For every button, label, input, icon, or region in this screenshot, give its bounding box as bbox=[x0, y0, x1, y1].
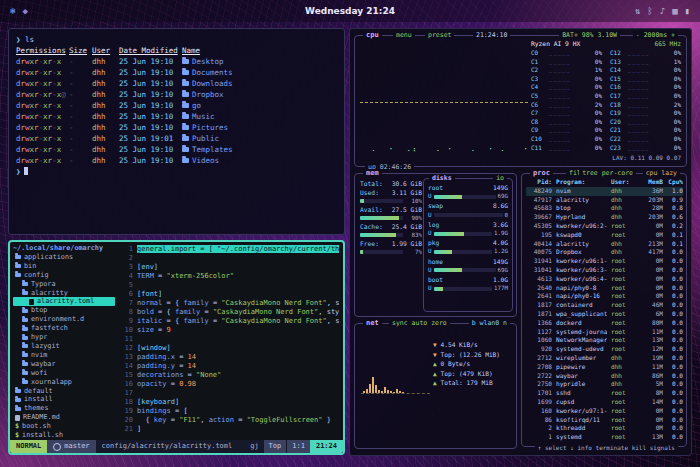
process-row[interactable]: 31941kworker/u96:1-iroot0M0.0 bbox=[526, 257, 683, 266]
tree-item-readme-md[interactable]: README.md bbox=[13, 413, 115, 422]
proc-column-header[interactable]: User: bbox=[611, 178, 637, 187]
update-interval[interactable]: - 2000ms + bbox=[633, 31, 678, 39]
editor-line[interactable]: 8bold = { family = "CaskaydiaMono Nerd F… bbox=[117, 308, 343, 317]
preset-button[interactable]: preset bbox=[425, 31, 454, 39]
process-row[interactable]: 1366dockerdroot80M0.0 bbox=[526, 319, 683, 328]
process-row[interactable]: 40075Dropboxdhh417M0.0 bbox=[526, 248, 683, 257]
net-interface[interactable]: b wlan0 n bbox=[469, 319, 510, 327]
tree-item-themes[interactable]: themes bbox=[13, 404, 115, 413]
audio-icon[interactable]: ♪ bbox=[660, 6, 665, 16]
process-cpu: 0.0 bbox=[667, 416, 683, 425]
editor-line[interactable]: 6[font] bbox=[117, 290, 343, 299]
btop-window[interactable]: cpu menu preset 21:24:10 BAT+ 98% 3.10W … bbox=[349, 28, 692, 456]
network-updown-icon[interactable]: ⇅ bbox=[635, 6, 640, 16]
process-row[interactable]: 1systemdroot13M0.0 bbox=[526, 433, 683, 442]
editor-line[interactable]: 18[keyboard] bbox=[117, 398, 343, 407]
editor-line[interactable]: 20 { key = "F11", action = "ToggleFullsc… bbox=[117, 416, 343, 425]
editor-line[interactable]: 10size = 9 bbox=[117, 326, 343, 335]
tree-item-install-sh[interactable]: $install.sh bbox=[13, 431, 115, 440]
process-row[interactable]: 45305kworker/u96:2-eroot0M0.2 bbox=[526, 222, 683, 231]
tree-item-config[interactable]: config bbox=[13, 271, 115, 280]
editor-line[interactable]: 13padding.x = 14 bbox=[117, 353, 343, 362]
editor-line[interactable]: 1general.import = [ "~/.config/omarchy/c… bbox=[117, 245, 343, 254]
process-user: root bbox=[611, 398, 637, 407]
process-row[interactable]: 2641napi/phy0-16root0M0.0 bbox=[526, 292, 683, 301]
process-row[interactable]: 1060NetworkManagerroot13M0.0 bbox=[526, 336, 683, 345]
tree-item-wofi[interactable]: wofi bbox=[13, 369, 115, 378]
process-row[interactable]: 39667Hyprlanddhh203M0.6 bbox=[526, 213, 683, 222]
proc-sort-selector[interactable]: cpu lazy bbox=[643, 169, 680, 177]
disks-io-toggle[interactable]: io bbox=[493, 174, 507, 182]
statusline-clock: 21:24 bbox=[310, 440, 343, 453]
tree-item-bin[interactable]: bin bbox=[13, 262, 115, 271]
tree-item-nvim[interactable]: nvim bbox=[13, 351, 115, 360]
editor-line[interactable]: 12[window] bbox=[117, 344, 343, 353]
process-row[interactable]: 2750hypridledhh5M0.0 bbox=[526, 380, 683, 389]
tree-item-applications[interactable]: applications bbox=[13, 253, 115, 262]
editor-line[interactable]: 21] bbox=[117, 425, 343, 434]
process-row[interactable]: 1699cupsdroot14M0.0 bbox=[526, 398, 683, 407]
tree-item-hypr[interactable]: hypr bbox=[13, 333, 115, 342]
menu-button[interactable]: menu bbox=[393, 31, 415, 39]
editor-line[interactable]: 19bindings = [ bbox=[117, 407, 343, 416]
tree-item-waybar[interactable]: waybar bbox=[13, 360, 115, 369]
process-row[interactable]: 48249nvimdhh36M1.0 bbox=[526, 187, 683, 196]
editor-line[interactable]: 4TERM = "xterm-256color" bbox=[117, 272, 343, 281]
editor-line[interactable]: 15decorations = "None" bbox=[117, 371, 343, 380]
tree-item-alacritty[interactable]: alacritty bbox=[13, 289, 115, 298]
editor-line[interactable]: 11 bbox=[117, 335, 343, 344]
proc-tree-toggle[interactable]: tree per-core bbox=[579, 169, 636, 177]
proc-column-header[interactable]: MemB bbox=[641, 178, 663, 187]
process-row[interactable]: 45683btopdhh28M0.8 bbox=[526, 204, 683, 213]
tree-item-alacritty-toml[interactable]: alacritty.toml bbox=[13, 297, 115, 306]
process-row[interactable]: 47917alacrittydhh203M0.9 bbox=[526, 196, 683, 205]
process-row[interactable]: 2640napi/phy0-8root0M0.0 bbox=[526, 284, 683, 293]
process-row[interactable]: 1127systemd-journalroot11M0.0 bbox=[526, 328, 683, 337]
editor-buffer[interactable]: 1general.import = [ "~/.config/omarchy/c… bbox=[117, 242, 343, 440]
editor-line[interactable]: 7normal = { family = "CaskaydiaMono Nerd… bbox=[117, 299, 343, 308]
net-options[interactable]: sync auto zero bbox=[389, 319, 450, 327]
editor-window[interactable]: ~/.local/share/omarchy applicationsbinco… bbox=[8, 240, 345, 455]
process-row[interactable]: 4613kworker/u96:4-proot0M0.0 bbox=[526, 275, 683, 284]
editor-line[interactable]: 3[env] bbox=[117, 263, 343, 272]
process-row[interactable]: 2kthreaddroot0M0.0 bbox=[526, 424, 683, 433]
battery-icon[interactable]: ▮ bbox=[685, 6, 690, 16]
tray-grid-icon[interactable]: ▦ bbox=[672, 6, 677, 16]
process-row[interactable]: 2712wireplumberdhh19M0.0 bbox=[526, 354, 683, 363]
tree-item-default[interactable]: default bbox=[13, 387, 115, 396]
editor-line[interactable]: 2 bbox=[117, 254, 343, 263]
editor-line[interactable]: 14padding.y = 14 bbox=[117, 362, 343, 371]
tree-item-lazygit[interactable]: lazygit bbox=[13, 342, 115, 351]
tree-item-boot-sh[interactable]: $boot.sh bbox=[13, 422, 115, 431]
process-row[interactable]: 2722waybardhh86M0.0 bbox=[526, 372, 683, 381]
tree-item-install[interactable]: install bbox=[13, 395, 115, 404]
process-row[interactable]: 40414alacrittydhh213M0.1 bbox=[526, 240, 683, 249]
file-user: dhh bbox=[92, 111, 114, 122]
editor-line[interactable]: 9italic = { family = "CaskaydiaMono Nerd… bbox=[117, 317, 343, 326]
proc-column-header[interactable]: Pid: bbox=[526, 178, 552, 187]
process-row[interactable]: 195kswapd0root0M0.1 bbox=[526, 231, 683, 240]
process-row[interactable]: 2708pipewiredhh11M0.0 bbox=[526, 363, 683, 372]
process-row[interactable]: 1871wpa_supplicantroot6M0.0 bbox=[526, 310, 683, 319]
proc-column-header[interactable]: Cpu% bbox=[667, 178, 683, 187]
process-row[interactable]: 920systemd-udevdroot12M0.0 bbox=[526, 345, 683, 354]
editor-line[interactable]: 16opacity = 0.98 bbox=[117, 380, 343, 389]
tree-item-xournalapp[interactable]: xournalapp bbox=[13, 378, 115, 387]
core-row-c16: C16⣀⣀⣀⣀⣀0% bbox=[610, 83, 681, 92]
terminal-window[interactable]: ❯ ls PermissionsSizeUserDate ModifiedNam… bbox=[8, 28, 345, 235]
file-tree[interactable]: ~/.local/share/omarchy applicationsbinco… bbox=[10, 242, 117, 440]
process-row[interactable]: 1817containerdroot46M0.0 bbox=[526, 301, 683, 310]
process-row[interactable]: 160kworker/u97:1-sroot0M0.0 bbox=[526, 407, 683, 416]
tree-item-typora[interactable]: Typora bbox=[13, 280, 115, 289]
proc-column-header[interactable]: Program: bbox=[556, 178, 607, 187]
process-row[interactable]: 1701sshdroot8M0.0 bbox=[526, 389, 683, 398]
process-pid: 48249 bbox=[526, 187, 552, 196]
editor-line[interactable]: 17 bbox=[117, 389, 343, 398]
process-row[interactable]: 86ksoftirqd/11root0M0.0 bbox=[526, 416, 683, 425]
tree-item-btop[interactable]: btop bbox=[13, 306, 115, 315]
process-row[interactable]: 31041kworker/u96:3-proot0M0.0 bbox=[526, 266, 683, 275]
tree-item-fastfetch[interactable]: fastfetch bbox=[13, 324, 115, 333]
editor-line[interactable]: 5 bbox=[117, 281, 343, 290]
bluetooth-icon[interactable]: ᛒ bbox=[647, 6, 652, 16]
tree-item-environment-d[interactable]: environment.d bbox=[13, 315, 115, 324]
